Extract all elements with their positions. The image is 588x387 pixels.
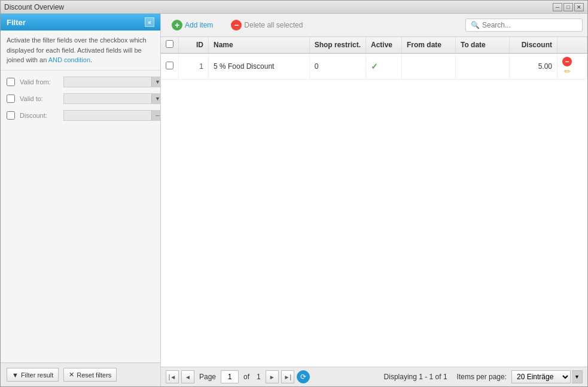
valid-from-input[interactable] (64, 77, 151, 87)
reset-filters-button[interactable]: ✕ Reset filters (63, 368, 117, 382)
discount-input-wrapper: ─ (63, 110, 164, 121)
filter-icon: ▼ (12, 371, 19, 379)
minimize-button[interactable]: ─ (553, 3, 562, 11)
pencil-icon: ✏ (564, 67, 571, 76)
active-checkmark: ✓ (371, 62, 378, 71)
table-body: 1 5 % Food Discount 0 ✓ 5.00 − ✏ (161, 53, 587, 80)
filter-footer: ▼ Filter result ✕ Reset filters (1, 362, 160, 386)
discount-label: Discount: (20, 112, 59, 119)
row-actions: − ✏ (557, 53, 587, 80)
displaying-info: Displaying 1 - 1 of 1 (384, 373, 447, 381)
search-input[interactable] (482, 21, 577, 29)
valid-from-checkbox[interactable] (7, 78, 15, 86)
filter-field-discount: Discount: ─ (7, 110, 154, 121)
row-from-date (402, 53, 456, 80)
of-label: of (243, 373, 249, 381)
refresh-button[interactable]: ⟳ (297, 370, 310, 383)
row-to-date (456, 53, 510, 80)
prev-page-button[interactable]: ◄ (181, 370, 194, 383)
filter-panel: Filter « Activate the filter fields over… (1, 14, 161, 386)
content-area: Filter « Activate the filter fields over… (1, 14, 587, 386)
edit-row-button[interactable]: ✏ (562, 66, 572, 76)
delete-all-button[interactable]: − Delete all selected (225, 17, 309, 33)
main-window: Discount Overview ─ □ ✕ Filter « Activat… (0, 0, 588, 387)
filter-title: Filter (7, 18, 26, 27)
per-page-selector: 20 Einträge 50 Einträge 100 Einträge ▼ (511, 370, 583, 383)
maximize-button[interactable]: □ (563, 3, 573, 11)
titlebar: Discount Overview ─ □ ✕ (1, 1, 587, 14)
filter-field-valid-to: Valid to: ▼ (7, 93, 154, 104)
window-title: Discount Overview (4, 3, 64, 11)
col-header-checkbox (161, 37, 179, 53)
valid-to-label: Valid to: (20, 95, 59, 102)
table-header-row: ID Name Shop restrict. Active From date … (161, 37, 587, 53)
total-pages: 1 (257, 373, 261, 381)
remove-row-button[interactable]: − (562, 57, 572, 66)
pagination-bar: |◄ ◄ Page of 1 ► ►| ⟳ Displaying 1 - 1 o… (161, 367, 587, 386)
select-all-checkbox[interactable] (166, 40, 173, 48)
filter-description: Activate the filter fields over the chec… (1, 31, 160, 71)
row-active: ✓ (366, 53, 402, 80)
valid-to-input[interactable] (64, 94, 151, 103)
row-shop-restrict: 0 (309, 53, 365, 80)
reset-icon: ✕ (69, 371, 74, 379)
search-box: 🔍 (465, 19, 583, 32)
filter-fields-container: Valid from: ▼ Valid to: ▼ (1, 71, 160, 363)
table-row: 1 5 % Food Discount 0 ✓ 5.00 − ✏ (161, 53, 587, 80)
close-button[interactable]: ✕ (574, 3, 584, 11)
next-page-button[interactable]: ► (266, 370, 279, 383)
filter-result-button[interactable]: ▼ Filter result (7, 368, 59, 382)
col-header-discount: Discount (510, 37, 557, 53)
col-header-shop: Shop restrict. (309, 37, 365, 53)
discount-checkbox[interactable] (7, 111, 15, 120)
col-header-from: From date (402, 37, 456, 53)
page-label: Page (199, 373, 216, 381)
first-page-button[interactable]: |◄ (166, 370, 179, 383)
discount-input[interactable] (64, 111, 151, 120)
main-panel: + Add item − Delete all selected 🔍 (161, 14, 587, 386)
delete-icon: − (231, 20, 242, 31)
valid-from-label: Valid from: (20, 78, 59, 86)
window-controls: ─ □ ✕ (553, 3, 584, 11)
col-header-to: To date (456, 37, 510, 53)
valid-to-input-wrapper: ▼ (63, 93, 164, 104)
valid-from-input-wrapper: ▼ (63, 77, 164, 87)
row-checkbox-cell (161, 53, 179, 80)
row-checkbox[interactable] (166, 62, 173, 69)
col-header-actions (557, 37, 587, 53)
last-page-button[interactable]: ►| (281, 370, 294, 383)
col-header-name: Name (209, 37, 310, 53)
add-item-button[interactable]: + Add item (166, 17, 219, 33)
search-icon: 🔍 (471, 21, 480, 29)
table-area: ID Name Shop restrict. Active From date … (161, 37, 587, 367)
toolbar: + Add item − Delete all selected 🔍 (161, 14, 587, 37)
discount-table: ID Name Shop restrict. Active From date … (161, 37, 587, 80)
col-header-id: ID (179, 37, 209, 53)
filter-header: Filter « (1, 14, 160, 31)
filter-close-button[interactable]: « (145, 17, 154, 27)
filter-field-valid-from: Valid from: ▼ (7, 77, 154, 87)
per-page-select[interactable]: 20 Einträge 50 Einträge 100 Einträge (511, 370, 571, 383)
col-header-active: Active (366, 37, 402, 53)
items-per-page-label: Items per page: (457, 373, 507, 381)
valid-to-checkbox[interactable] (7, 95, 15, 103)
current-page-input[interactable] (221, 370, 239, 383)
row-id: 1 (179, 53, 209, 80)
row-discount: 5.00 (510, 53, 557, 80)
row-name: 5 % Food Discount (209, 53, 310, 80)
per-page-dropdown-btn[interactable]: ▼ (572, 370, 583, 383)
add-icon: + (172, 20, 182, 31)
